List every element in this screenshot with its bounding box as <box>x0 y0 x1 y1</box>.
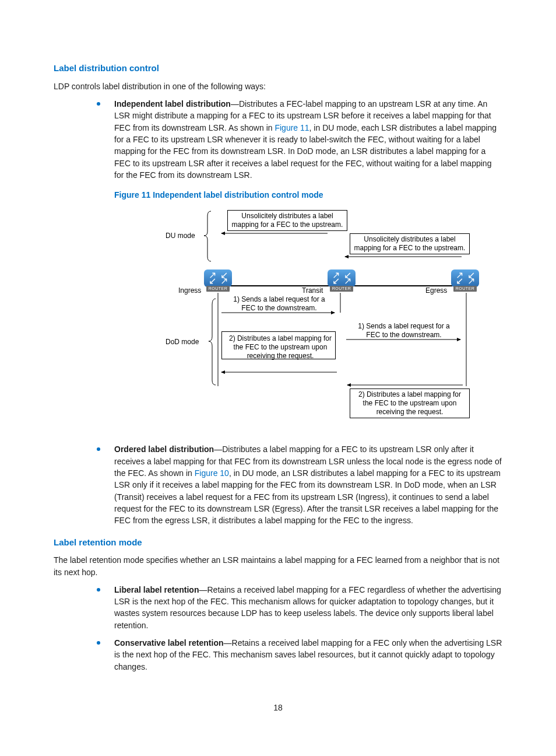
bullet-conservative: Conservative label retention—Retains a r… <box>94 637 502 673</box>
bullet-list-distribution: Independent label distribution—Distribut… <box>94 98 502 181</box>
link-figure-11[interactable]: Figure 11 <box>275 123 309 132</box>
label-dod-mode: DoD mode <box>166 337 199 347</box>
label-du-mode: DU mode <box>166 231 195 241</box>
dod-distribute-left-border <box>221 331 336 359</box>
router-ingress-icon: ↗↙↙↗ ROUTER <box>204 270 232 293</box>
label-transit: Transit <box>302 286 323 296</box>
du-box-left: Unsolicitely distributes a labelmapping … <box>227 210 347 231</box>
router-egress-icon: ↗↙↙↗ ROUTER <box>451 270 479 293</box>
bullet-independent: Independent label distribution—Distribut… <box>94 98 502 181</box>
heading-label-distribution-control: Label distribution control <box>54 62 502 75</box>
bullet-list-retention: Liberal label retention—Retains a receiv… <box>94 584 502 673</box>
dod-request-left: 1) Sends a label request for aFEC to the… <box>230 295 329 313</box>
dod-distribute-right: 2) Distributes a label mapping forthe FE… <box>350 388 470 418</box>
bullet-bold: Ordered label distribution <box>114 444 214 454</box>
bullet-list-distribution-2: Ordered label distribution—Distributes a… <box>94 443 502 526</box>
figure-11-diagram: DU mode DoD mode Unsolicitely distribute… <box>153 205 479 433</box>
intro-text: LDP controls label distribution in one o… <box>54 80 502 92</box>
dod-request-right: 1) Sends a label request for aFEC to the… <box>354 322 453 340</box>
bullet-bold: Independent label distribution <box>114 99 231 108</box>
heading-label-retention-mode: Label retention mode <box>54 536 502 549</box>
bullet-bold: Conservative label retention <box>114 638 224 648</box>
intro-text-2: The label retention mode specifies wheth… <box>54 554 502 578</box>
du-box-right: Unsolicitely distributes a labelmapping … <box>350 233 470 254</box>
link-figure-10[interactable]: Figure 10 <box>195 468 229 478</box>
bullet-ordered: Ordered label distribution—Distributes a… <box>94 443 502 526</box>
router-transit-icon: ↗↙↙↗ ROUTER <box>328 270 356 293</box>
bullet-liberal: Liberal label retention—Retains a receiv… <box>94 584 502 631</box>
label-ingress: Ingress <box>178 286 201 296</box>
bullet-bold: Liberal label retention <box>114 585 199 594</box>
figure-caption: Figure 11 Independent label distribution… <box>114 189 502 201</box>
page-number: 18 <box>54 702 502 713</box>
label-egress: Egress <box>425 286 447 296</box>
